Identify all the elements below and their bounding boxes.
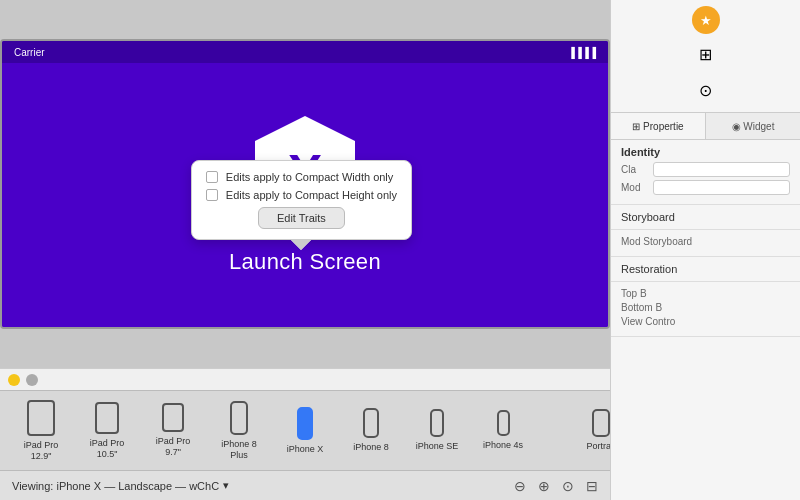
ipad-pro-12-icon: [27, 400, 55, 436]
edit-traits-button[interactable]: Edit Traits: [258, 207, 345, 229]
compact-width-checkbox[interactable]: [206, 171, 218, 183]
device-ipad-pro-9[interactable]: iPad Pro9.7": [148, 403, 198, 458]
toolbar-icon-star[interactable]: ★: [692, 6, 720, 34]
compact-height-checkbox[interactable]: [206, 189, 218, 201]
toolbar-icon-grid[interactable]: ⊞: [690, 38, 722, 70]
canvas-scroll: ◁ Carrier ▐▐▐▐ X Launc: [0, 0, 610, 368]
ipad-shape: [162, 403, 184, 432]
iphone-x-icon: [297, 407, 313, 440]
device-label-iphone-se: iPhone SE: [416, 441, 459, 452]
mod-storyboard-label: Mod Storyboard: [621, 236, 692, 247]
battery-indicator: ▐▐▐▐: [568, 47, 596, 58]
identity-section: Identity Cla Mod: [611, 140, 800, 205]
properties-label: ⊞ Propertie: [632, 121, 683, 132]
bottom-row: Bottom B: [621, 302, 790, 313]
traits-popover: Edits apply to Compact Width only Edits …: [191, 160, 412, 250]
widget-label: ◉ Widget: [732, 121, 775, 132]
top-bottom-row: Top B: [621, 288, 790, 299]
identity-title: Identity: [621, 146, 790, 158]
canvas-area: ◁ Carrier ▐▐▐▐ X Launc: [0, 0, 610, 500]
compact-width-row: Edits apply to Compact Width only: [206, 171, 397, 183]
ipad-shape: [95, 402, 119, 434]
status-bar: Carrier ▐▐▐▐: [2, 41, 608, 63]
iphone-se-icon: [430, 409, 444, 437]
bottom-label: Bottom B: [621, 302, 662, 313]
iphone-8-plus-icon: [230, 401, 248, 435]
device-iphone-8-plus[interactable]: iPhone 8Plus: [214, 401, 264, 461]
zoom-fit-button[interactable]: ⊙: [562, 479, 574, 493]
iphone-4s-icon: [497, 410, 510, 436]
device-picker: iPad Pro12.9" iPad Pro10.5" iPad Pro9.7": [0, 390, 610, 470]
ipad-pro-10-icon: [95, 402, 119, 434]
iphone-shape: [363, 408, 379, 438]
right-toolbar: ★ ⊞ ⊙: [611, 0, 800, 113]
device-ipad-pro-10[interactable]: iPad Pro10.5": [82, 402, 132, 460]
zoom-out-button[interactable]: ⊖: [514, 479, 526, 493]
class-label: Cla: [621, 164, 636, 175]
ipad-shape: [27, 400, 55, 436]
device-label-iphone-4s: iPhone 4s: [483, 440, 523, 451]
device-iphone-8[interactable]: iPhone 8: [346, 408, 396, 453]
ipad-pro-9-icon: [162, 403, 184, 432]
tab-properties[interactable]: ⊞ Propertie: [611, 113, 706, 139]
tab-widget[interactable]: ◉ Widget: [706, 113, 800, 139]
view-controller-label: View Contro: [621, 316, 675, 327]
restoration-section: Restoration: [611, 257, 800, 282]
launch-screen-title: Launch Screen: [229, 249, 381, 275]
portrait-icon: [592, 409, 610, 437]
device-portrait[interactable]: Portrait: [576, 409, 610, 452]
iphone-shape: [230, 401, 248, 435]
restoration-label: Restoration: [621, 263, 677, 275]
compact-width-label: Edits apply to Compact Width only: [226, 171, 394, 183]
module-row: Mod: [621, 180, 790, 195]
class-row: Cla: [621, 162, 790, 177]
chevron-down-icon[interactable]: ▾: [223, 479, 229, 492]
popover-arrow: [291, 240, 311, 250]
bottom-bar: Viewing: iPhone X — Landscape — wChC ▾ ⊖…: [0, 470, 610, 500]
popover-box: Edits apply to Compact Width only Edits …: [191, 160, 412, 240]
module-input[interactable]: [653, 180, 790, 195]
compact-height-label: Edits apply to Compact Height only: [226, 189, 397, 201]
inspector-tabs: ⊞ Propertie ◉ Widget: [611, 113, 800, 140]
storyboard-label: Storyboard: [621, 211, 675, 223]
device-label-ipad-pro-12: iPad Pro12.9": [24, 440, 59, 462]
mod-storyboard-section: Mod Storyboard: [611, 230, 800, 257]
device-label-iphone-x: iPhone X: [287, 444, 324, 455]
zoom-actual-button[interactable]: ⊟: [586, 479, 598, 493]
gray-dot: [26, 374, 38, 386]
device-ipad-pro-12[interactable]: iPad Pro12.9": [16, 400, 66, 462]
device-iphone-se[interactable]: iPhone SE: [412, 409, 462, 452]
device-iphone-x[interactable]: iPhone X: [280, 407, 330, 455]
zoom-controls: ⊖ ⊕ ⊙ ⊟: [514, 479, 598, 493]
right-panel: ★ ⊞ ⊙ ⊞ Propertie ◉ Widget Identity Cla …: [610, 0, 800, 500]
module-label: Mod: [621, 182, 640, 193]
device-label-portrait: Portrait: [586, 441, 610, 452]
iphone-x-shape: [297, 407, 313, 440]
toolbar-icon-circle[interactable]: ⊙: [690, 74, 722, 106]
top-label: Top B: [621, 288, 647, 299]
device-label-iphone-8: iPhone 8: [353, 442, 389, 453]
device-label-iphone-8-plus: iPhone 8Plus: [221, 439, 257, 461]
viewing-text: Viewing: iPhone X — Landscape — wChC: [12, 480, 219, 492]
yellow-dot: [8, 374, 20, 386]
iphone-shape: [430, 409, 444, 437]
iphone-shape: [497, 410, 510, 436]
device-label-ipad-pro-9: iPad Pro9.7": [156, 436, 191, 458]
edit-traits-container: Edit Traits: [206, 207, 397, 229]
iphone-8-icon: [363, 408, 379, 438]
mod-storyboard-row: Mod Storyboard: [621, 236, 790, 247]
class-input[interactable]: [653, 162, 790, 177]
device-label-ipad-pro-10: iPad Pro10.5": [90, 438, 125, 460]
carrier-label: Carrier: [14, 47, 45, 58]
view-controller-row: View Contro: [621, 316, 790, 327]
storyboard-section: Storyboard: [611, 205, 800, 230]
portrait-shape: [592, 409, 610, 437]
compact-height-row: Edits apply to Compact Height only: [206, 189, 397, 201]
zoom-in-button[interactable]: ⊕: [538, 479, 550, 493]
device-iphone-4s[interactable]: iPhone 4s: [478, 410, 528, 451]
frame-bottom-bar: [0, 368, 610, 390]
viewing-label: Viewing: iPhone X — Landscape — wChC ▾: [12, 479, 229, 492]
inspector-extra: Top B Bottom B View Contro: [611, 282, 800, 337]
